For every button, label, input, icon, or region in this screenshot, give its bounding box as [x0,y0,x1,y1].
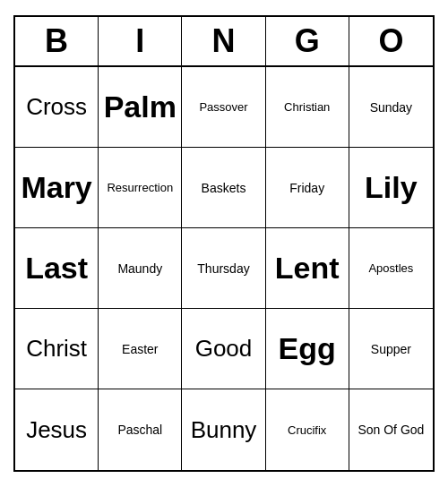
cell-text: Mary [21,170,91,205]
cell-r1-c0: Mary [15,148,99,228]
cell-text: Friday [289,181,324,195]
cell-r3-c4: Supper [349,309,433,389]
cell-text: Jesus [26,416,87,444]
cell-text: Supper [371,342,411,356]
cell-r4-c3: Crucifix [266,389,349,470]
cell-r3-c3: Egg [266,309,349,389]
cell-r0-c4: Sunday [349,67,433,148]
cell-text: Paschal [117,423,162,437]
cell-r1-c2: Baskets [182,148,265,228]
cell-r0-c1: Palm [99,67,182,148]
cell-r3-c0: Christ [15,309,99,389]
cell-r2-c1: Maundy [99,228,182,309]
cell-r3-c1: Easter [99,309,182,389]
cell-text: Christ [26,335,87,363]
header-letter-o: O [349,17,433,65]
cell-r4-c1: Paschal [99,389,182,470]
cell-text: Lent [275,251,340,286]
cell-text: Crucifix [288,423,326,437]
bingo-card: BINGO CrossPalmPassoverChristianSundayMa… [13,15,435,472]
header-letter-n: N [182,17,265,65]
bingo-grid: CrossPalmPassoverChristianSundayMaryResu… [15,67,433,470]
cell-text: Baskets [202,181,246,195]
header-letter-b: B [15,17,99,65]
cell-text: Cross [26,93,87,121]
cell-r4-c4: Son Of God [349,389,433,470]
cell-text: Lily [365,170,418,205]
cell-text: Son Of God [358,423,424,437]
cell-r1-c3: Friday [266,148,349,228]
cell-text: Egg [279,331,336,366]
cell-text: Sunday [370,100,412,115]
cell-text: Easter [122,342,158,356]
cell-text: Bunny [191,416,257,444]
cell-r4-c2: Bunny [182,389,265,470]
cell-text: Maundy [117,261,162,276]
cell-r0-c0: Cross [15,67,99,148]
cell-r0-c2: Passover [182,67,265,148]
cell-text: Christian [284,100,330,114]
cell-r2-c3: Lent [266,228,349,309]
cell-text: Palm [104,90,177,124]
cell-text: Passover [199,100,247,114]
cell-text: Apostles [368,261,413,275]
cell-text: Thursday [197,261,249,276]
cell-r2-c4: Apostles [349,228,433,309]
cell-text: Good [195,335,253,363]
cell-r0-c3: Christian [266,67,349,148]
cell-text: Last [25,251,88,286]
cell-r1-c4: Lily [349,148,433,228]
cell-r3-c2: Good [182,309,265,389]
cell-r2-c0: Last [15,228,99,309]
header-letter-g: G [266,17,349,65]
header-letter-i: I [99,17,182,65]
cell-r1-c1: Resurrection [99,148,182,228]
cell-text: Resurrection [107,181,173,194]
bingo-header: BINGO [15,17,433,67]
cell-r4-c0: Jesus [15,389,99,470]
cell-r2-c2: Thursday [182,228,265,309]
